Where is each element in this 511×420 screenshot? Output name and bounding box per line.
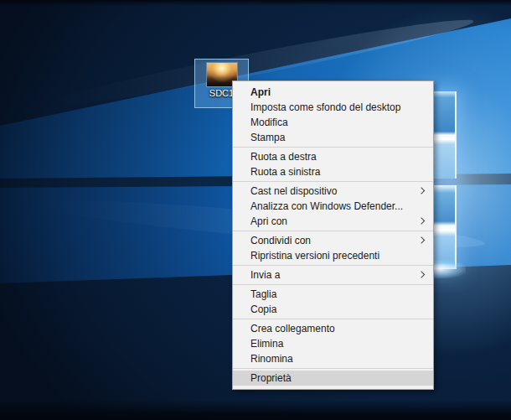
menu-item-label: Imposta come sfondo del desktop bbox=[250, 101, 400, 113]
menu-item-label: Crea collegamento bbox=[250, 323, 335, 334]
menu-separator bbox=[233, 368, 433, 369]
menu-item-label: Proprietà bbox=[250, 372, 292, 384]
menu-separator bbox=[233, 284, 433, 285]
menu-item-rinomina[interactable]: Rinomina bbox=[233, 351, 433, 366]
menu-item-label: Invia a bbox=[250, 269, 280, 281]
menu-item-taglia[interactable]: Taglia bbox=[233, 287, 433, 302]
menu-separator bbox=[233, 231, 433, 231]
menu-item-analizza-con-windows-defender[interactable]: Analizza con Windows Defender... bbox=[233, 199, 433, 214]
menu-separator bbox=[233, 181, 433, 182]
submenu-chevron-icon bbox=[418, 236, 425, 243]
menu-item-label: Ruota a sinistra bbox=[250, 166, 320, 178]
menu-item-label: Apri bbox=[250, 86, 271, 98]
menu-item-label: Ruota a destra bbox=[250, 151, 317, 163]
menu-item-invia-a[interactable]: Invia a bbox=[233, 267, 433, 283]
menu-item-label: Analizza con Windows Defender... bbox=[250, 200, 403, 212]
menu-separator bbox=[233, 265, 433, 266]
menu-item-imposta-come-sfondo-del-desktop[interactable]: Imposta come sfondo del desktop bbox=[233, 100, 433, 115]
menu-item-elimina[interactable]: Elimina bbox=[233, 336, 433, 351]
menu-item-label: Rinomina bbox=[250, 353, 293, 365]
menu-item-ripristina-versioni-precedenti[interactable]: Ripristina versioni precedenti bbox=[233, 248, 433, 263]
menu-item-ruota-a-sinistra[interactable]: Ruota a sinistra bbox=[233, 164, 433, 179]
menu-item-label: Apri con bbox=[250, 215, 287, 227]
menu-item-ruota-a-destra[interactable]: Ruota a destra bbox=[233, 149, 433, 164]
context-menu-items: ApriImposta come sfondo del desktopModif… bbox=[233, 85, 433, 386]
submenu-chevron-icon bbox=[418, 271, 425, 277]
menu-item-copia[interactable]: Copia bbox=[233, 302, 433, 317]
menu-item-apri[interactable]: Apri bbox=[233, 85, 433, 100]
menu-item-label: Modifica bbox=[250, 117, 288, 128]
menu-item-crea-collegamento[interactable]: Crea collegamento bbox=[233, 321, 433, 336]
menu-item-label: Copia bbox=[250, 303, 276, 315]
menu-item-label: Condividi con bbox=[250, 235, 311, 246]
submenu-chevron-icon bbox=[418, 187, 425, 194]
menu-item-label: Taglia bbox=[250, 288, 276, 300]
context-menu: ApriImposta come sfondo del desktopModif… bbox=[232, 80, 434, 390]
menu-item-apri-con[interactable]: Apri con bbox=[233, 214, 433, 229]
menu-item-cast-nel-dispositivo[interactable]: Cast nel dispositivo bbox=[233, 184, 433, 199]
submenu-chevron-icon bbox=[418, 217, 425, 224]
menu-item-label: Ripristina versioni precedenti bbox=[250, 250, 379, 262]
menu-item-modifica[interactable]: Modifica bbox=[233, 115, 433, 130]
menu-item-condividi-con[interactable]: Condividi con bbox=[233, 233, 433, 248]
menu-item-proprietà[interactable]: Proprietà bbox=[233, 371, 433, 386]
menu-item-label: Elimina bbox=[250, 338, 283, 350]
desktop-background[interactable]: SDC1 ApriImposta come sfondo del desktop… bbox=[0, 0, 511, 420]
menu-item-label: Cast nel dispositivo bbox=[250, 185, 337, 197]
menu-separator bbox=[233, 147, 433, 148]
menu-item-stampa[interactable]: Stampa bbox=[233, 130, 433, 145]
menu-separator bbox=[233, 319, 433, 319]
menu-item-label: Stampa bbox=[250, 132, 285, 143]
